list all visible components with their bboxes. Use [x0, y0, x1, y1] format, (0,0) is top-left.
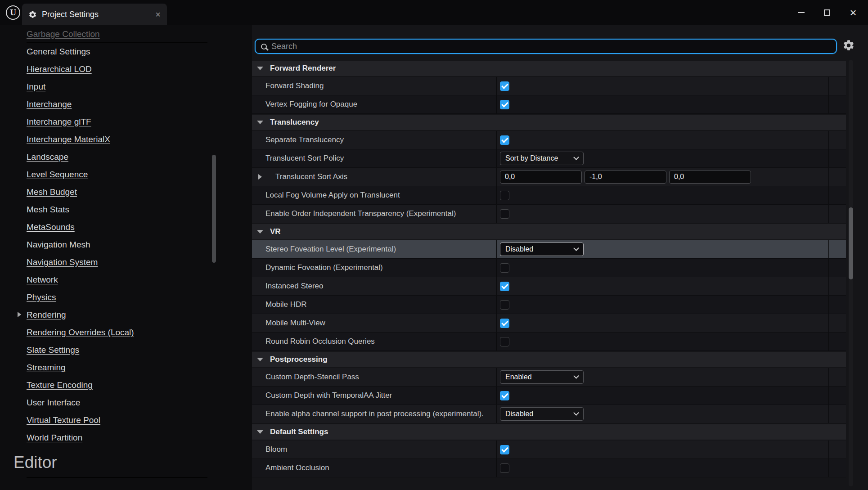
settings-gear-icon[interactable]	[842, 39, 855, 52]
collapse-arrow-icon[interactable]	[257, 230, 263, 234]
project-settings-icon	[28, 10, 37, 19]
tab-project-settings[interactable]: Project Settings ×	[22, 4, 167, 25]
section-header[interactable]: Postprocessing	[252, 352, 846, 367]
dropdown[interactable]: Enabled	[500, 370, 584, 384]
setting-value-cell	[496, 387, 846, 405]
checkbox[interactable]	[500, 191, 509, 200]
checkbox[interactable]	[500, 282, 509, 291]
section-header[interactable]: VR	[252, 224, 846, 239]
close-icon: ×	[850, 7, 856, 18]
checkbox[interactable]	[500, 263, 509, 273]
sidebar-item[interactable]: Network	[27, 271, 134, 288]
checkbox[interactable]	[500, 100, 509, 109]
maximize-icon	[824, 9, 830, 16]
checkbox[interactable]	[500, 319, 509, 328]
setting-row: Local Fog Volume Apply on Translucent	[252, 186, 846, 205]
collapse-arrow-icon[interactable]	[257, 121, 263, 124]
sidebar-item[interactable]: Landscape	[27, 148, 134, 166]
sidebar-item[interactable]: Input	[27, 78, 134, 95]
sidebar-item[interactable]: Garbage Collection	[27, 25, 134, 43]
checkbox[interactable]	[500, 337, 509, 346]
dropdown[interactable]: Sort by Distance	[500, 152, 584, 165]
main-scrollbar[interactable]	[849, 207, 853, 279]
setting-label: Custom Depth-Stencil Pass	[265, 373, 359, 382]
collapse-arrow-icon[interactable]	[257, 430, 263, 434]
setting-name-cell: Mobile Multi-View	[252, 314, 496, 332]
setting-name-cell: Enable Order Independent Transparency (E…	[252, 205, 496, 223]
sidebar-item-label: Network	[27, 275, 58, 285]
sidebar-item-label: Mesh Budget	[27, 187, 77, 197]
section-header[interactable]: Translucency	[252, 115, 846, 130]
dropdown[interactable]: Disabled	[500, 407, 584, 421]
sidebar-item[interactable]: Navigation Mesh	[27, 236, 134, 253]
expand-arrow-icon[interactable]	[18, 312, 21, 317]
sidebar-item[interactable]: Rendering	[27, 306, 134, 324]
reset-to-default-column	[828, 131, 846, 149]
sidebar-item[interactable]: Hierarchical LOD	[27, 60, 134, 78]
number-input[interactable]: -1,0	[585, 171, 666, 184]
tab-close-icon[interactable]: ×	[155, 10, 161, 19]
sidebar-item[interactable]: Interchange glTF	[27, 113, 134, 130]
sidebar-item[interactable]: Interchange	[27, 95, 134, 113]
checkbox[interactable]	[500, 463, 509, 473]
sidebar-item[interactable]: Slate Settings	[27, 341, 134, 359]
number-input[interactable]: 0,0	[500, 171, 582, 184]
setting-name-cell: Enable alpha channel support in post pro…	[252, 405, 496, 423]
sidebar-item[interactable]: General Settings	[27, 43, 134, 60]
setting-row: Forward Shading	[252, 77, 846, 95]
tab-title: Project Settings	[42, 10, 150, 19]
sidebar-item-label: Level Sequence	[27, 170, 88, 180]
sidebar-item[interactable]: Mesh Budget	[27, 183, 134, 201]
sidebar-item-label: Interchange glTF	[27, 117, 91, 127]
setting-row: Instanced Stereo	[252, 277, 846, 296]
expand-arrow-icon[interactable]	[258, 174, 262, 180]
sidebar-item[interactable]: Virtual Texture Pool	[27, 411, 134, 429]
search-input[interactable]	[271, 42, 831, 51]
settings-sidebar: Garbage CollectionGeneral SettingsHierar…	[0, 25, 252, 490]
collapse-arrow-icon[interactable]	[257, 358, 263, 361]
sidebar-item[interactable]: Physics	[27, 288, 134, 306]
sidebar-item[interactable]: Rendering Overrides (Local)	[27, 324, 134, 341]
sidebar-item[interactable]: MetaSounds	[27, 218, 134, 236]
sidebar-item[interactable]: Mesh Stats	[27, 201, 134, 218]
setting-label: Custom Depth with TemporalAA Jitter	[265, 391, 392, 400]
checkbox[interactable]	[500, 209, 509, 219]
sidebar-item[interactable]: Level Sequence	[27, 166, 134, 183]
minimize-button[interactable]	[788, 0, 814, 25]
collapse-arrow-icon[interactable]	[257, 67, 263, 70]
minimize-icon	[798, 12, 805, 13]
setting-value-cell: 0,0-1,00,0	[496, 168, 846, 186]
search-bar[interactable]	[255, 39, 837, 54]
checkbox[interactable]	[500, 391, 509, 400]
sidebar-item[interactable]: Streaming	[27, 359, 134, 376]
close-button[interactable]: ×	[840, 0, 866, 25]
reset-to-default-column	[828, 259, 846, 277]
sidebar-item[interactable]: User Interface	[27, 394, 134, 411]
checkbox[interactable]	[500, 135, 509, 145]
settings-main-panel: Forward RendererForward ShadingVertex Fo…	[252, 25, 868, 490]
section-title: VR	[270, 227, 281, 236]
sidebar-item[interactable]: Interchange MaterialX	[27, 130, 134, 148]
sidebar-item[interactable]: Texture Encoding	[27, 376, 134, 394]
sidebar-item[interactable]: World Partition	[27, 429, 134, 446]
section-header[interactable]: Forward Renderer	[252, 61, 846, 76]
dropdown[interactable]: Disabled	[500, 243, 584, 256]
sidebar-item[interactable]: Navigation System	[27, 253, 134, 271]
sidebar-item-label: Slate Settings	[27, 345, 79, 355]
sidebar-item-label: Interchange	[27, 99, 72, 109]
maximize-button[interactable]	[814, 0, 840, 25]
checkbox[interactable]	[500, 445, 509, 454]
number-input[interactable]: 0,0	[669, 171, 751, 184]
checkbox[interactable]	[500, 81, 509, 91]
editor-section-heading: Editor	[13, 453, 57, 472]
sidebar-scrollbar[interactable]	[212, 155, 216, 263]
setting-value-cell	[496, 95, 846, 113]
reset-to-default-column	[828, 149, 846, 167]
checkbox[interactable]	[500, 300, 509, 310]
section-title: Default Settings	[270, 427, 328, 436]
setting-label: Translucent Sort Policy	[265, 154, 344, 163]
setting-label: Mobile Multi-View	[265, 319, 325, 328]
sidebar-item-label: Physics	[27, 292, 56, 302]
setting-label: Translucent Sort Axis	[275, 172, 347, 181]
section-header[interactable]: Default Settings	[252, 424, 846, 440]
